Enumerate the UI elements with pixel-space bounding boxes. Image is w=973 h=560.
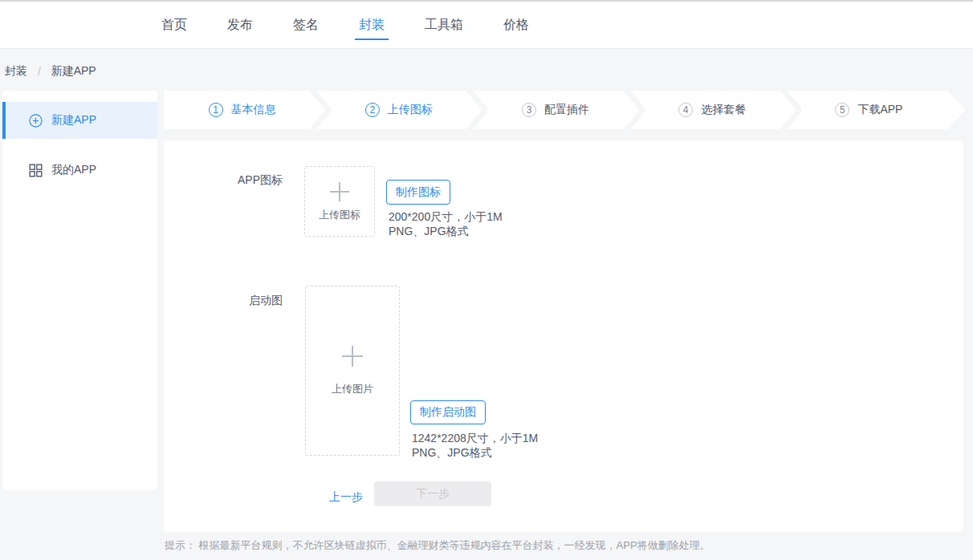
steps-bar: 1 基本信息 2 上传图标 3 配置插件 4 选择套餐 5 下载APP [164,91,947,129]
plus-icon [341,345,364,367]
app-icon-hint-size: 200*200尺寸，小于1M [389,211,503,222]
sidebar: 新建APP 我的APP [2,91,157,490]
step-number: 1 [209,103,223,117]
sidebar-item-new-app[interactable]: 新建APP [2,102,157,139]
sidebar-item-label: 新建APP [51,113,96,128]
sidebar-item-my-app[interactable]: 我的APP [2,152,157,189]
splash-hint-format: PNG、JPG格式 [412,447,492,458]
make-icon-button[interactable]: 制作图标 [386,180,450,205]
step-select-plan[interactable]: 4 选择套餐 [634,91,791,129]
splash-upload-box[interactable]: 上传图片 [305,286,400,456]
grid-icon [29,164,43,177]
step-upload-icon[interactable]: 2 上传图标 [320,91,477,129]
breadcrumb-separator: / [38,65,41,78]
step-basic-info[interactable]: 1 基本信息 [164,91,320,129]
nav-item-sign[interactable]: 签名 [293,17,319,33]
step-label: 上传图标 [388,103,433,117]
prev-step-button[interactable]: 上一步 [329,490,363,505]
plus-icon [329,181,350,202]
nav-item-toolbox[interactable]: 工具箱 [425,17,463,33]
step-number: 4 [678,103,693,117]
top-nav: 首页 发布 签名 封装 工具箱 价格 [0,0,973,49]
step-configure-plugins[interactable]: 3 配置插件 [477,91,633,129]
splash-upload-text: 上传图片 [332,382,373,396]
make-splash-button[interactable]: 制作启动图 [410,400,486,424]
upload-icon-panel: APP图标 上传图标 制作图标 200*200尺寸，小于1M PNG、JPG格式… [164,140,963,532]
app-icon-label: APP图标 [164,173,283,188]
app-icon-hint-format: PNG、JPG格式 [389,225,469,237]
nav-item-price[interactable]: 价格 [503,17,529,33]
step-label: 选择套餐 [701,103,746,117]
sidebar-item-label: 我的APP [51,163,96,177]
footer-tip: 提示： 根据最新平台规则，不允许区块链虚拟币、金融理财类等违规内容在平台封装，一… [165,538,710,553]
nav-item-package[interactable]: 封装 [359,17,385,33]
next-step-button[interactable]: 下一步 [374,481,491,506]
step-label: 配置插件 [544,103,589,117]
step-number: 5 [835,103,849,117]
step-download-app[interactable]: 5 下载APP [791,91,947,129]
nav-item-home[interactable]: 首页 [161,17,187,33]
app-icon-upload-text: 上传图标 [319,208,360,222]
splash-label: 启动图 [164,294,283,308]
step-label: 下载APP [857,103,902,117]
steps-arrow-tip [947,91,966,129]
breadcrumb-current: 新建APP [51,64,96,77]
step-number: 2 [365,103,380,117]
step-number: 3 [522,103,536,117]
circle-plus-icon [29,114,43,128]
app-icon-upload-box[interactable]: 上传图标 [304,166,375,237]
breadcrumb-root[interactable]: 封装 [5,64,27,77]
top-nav-items: 首页 发布 签名 封装 工具箱 价格 [0,2,973,48]
nav-item-publish[interactable]: 发布 [227,17,253,33]
splash-hint-size: 1242*2208尺寸，小于1M [412,432,538,444]
breadcrumb: 封装 / 新建APP [5,64,96,79]
step-label: 基本信息 [231,103,276,117]
